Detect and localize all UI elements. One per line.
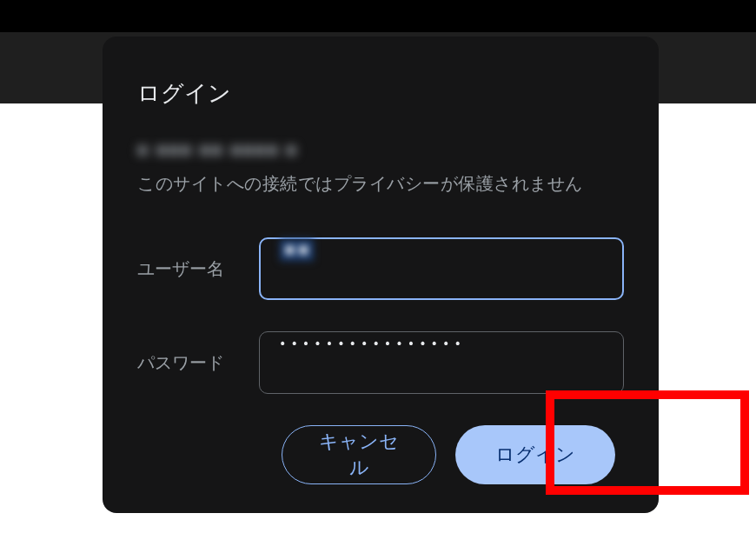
browser-top-bar [0,0,756,32]
password-label: パスワード [137,351,259,375]
password-row: パスワード •••••••••••••••• [137,331,624,394]
site-url-redacted: ■ ■■■ ■■ ■■■■ ■ [137,140,624,160]
username-value-redacted: ■ ■ [280,239,314,261]
password-input[interactable]: •••••••••••••••• [259,331,624,394]
cancel-button[interactable]: キャンセル [282,425,436,484]
privacy-warning-text: このサイトへの接続ではプライバシーが保護されません [137,172,624,196]
login-button[interactable]: ログイン [455,425,615,484]
username-input[interactable]: ■ ■ [259,237,624,300]
password-value-masked: •••••••••••••••• [279,337,466,350]
dialog-button-row: キャンセル ログイン [137,425,624,484]
username-label: ユーザー名 [137,257,259,281]
login-dialog: ログイン ■ ■■■ ■■ ■■■■ ■ このサイトへの接続ではプライバシーが保… [103,37,659,513]
username-row: ユーザー名 ■ ■ [137,237,624,300]
dialog-title: ログイン [137,78,624,109]
